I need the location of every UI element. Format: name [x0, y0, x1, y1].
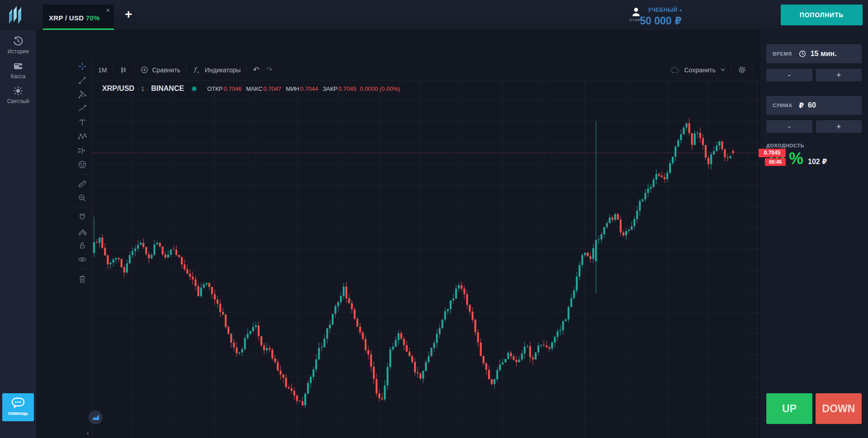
sidebar-item-light-theme[interactable]: Светлый [0, 80, 36, 104]
chart-toolbar: 1М Сравнить ƒx Индикаторы ↶ ↷ Сохранит [92, 60, 796, 80]
ohlc-high-value: 0.7047 [264, 85, 282, 92]
ohlc-close-label: ЗАКР [323, 85, 338, 92]
eye-icon[interactable] [72, 253, 92, 266]
amount-field-value: 60 [808, 101, 816, 109]
drawing-mode-icon[interactable] [72, 225, 92, 238]
current-price-tag: 0.7045 [759, 149, 786, 157]
sidebar-item-history[interactable]: История [0, 30, 36, 55]
history-icon [13, 36, 24, 47]
clock-icon [798, 50, 807, 58]
area-chart-icon [92, 414, 99, 421]
ruler-icon[interactable] [72, 177, 92, 191]
ohlc-open-label: ОТКР [207, 85, 222, 92]
chart-style-floating-button[interactable] [89, 410, 103, 424]
divider [76, 207, 89, 208]
trend-line-icon[interactable] [72, 74, 92, 87]
payout-amount: 102 ₽ [808, 157, 827, 166]
forecast-icon[interactable] [72, 144, 92, 157]
candles-icon [119, 66, 128, 75]
brush-icon[interactable] [72, 102, 92, 115]
time-field-value: 15 мин. [811, 50, 837, 58]
divider [76, 269, 89, 269]
amount-minus-button[interactable]: - [766, 120, 812, 133]
wallet-icon [13, 61, 24, 71]
legend-exchange: BINANCE [151, 85, 184, 93]
tab-symbol: XRP / USD 70% [49, 14, 100, 22]
ohlc-low-label: МИН [286, 85, 299, 92]
pitchfork-icon[interactable] [72, 88, 92, 101]
chart-legend[interactable]: XRP/USD · 1 · BINANCE ОТКР0.7046 МАКС0.7… [102, 85, 400, 93]
redo-icon[interactable]: ↷ [265, 60, 278, 80]
legend-change: 0.0000 (0.00%) [360, 85, 400, 92]
divider [76, 174, 89, 174]
undo-icon[interactable]: ↶ [247, 60, 265, 80]
toolbar-collapse-handle[interactable]: ‹ [87, 429, 89, 437]
ohlc-open-value: 0.7046 [223, 85, 241, 92]
svg-text:x: x [198, 70, 199, 74]
lock-icon[interactable] [72, 239, 92, 252]
time-field-label: ВРЕМЯ [773, 51, 792, 57]
chart-type-button[interactable] [113, 60, 134, 80]
expiry-countdown-tag: 00:45 [765, 158, 786, 166]
trading-app: XRP / USD 70% ✕ + START УЧЕБНЫЙ ▾ 50 000… [0, 0, 868, 438]
function-icon: ƒx [193, 66, 202, 75]
gear-icon [737, 65, 747, 75]
text-icon[interactable] [72, 116, 92, 129]
expiry-time-field[interactable]: ВРЕМЯ 15 мин. [766, 44, 862, 63]
close-icon[interactable]: ✕ [106, 7, 110, 14]
account-balance: 50 000 ₽ [640, 15, 682, 27]
time-minus-button[interactable]: - [766, 69, 812, 81]
sidebar-item-label: История [0, 48, 36, 55]
svg-text:ƒ: ƒ [193, 66, 198, 73]
account-info: УЧЕБНЫЙ ▾ 50 000 ₽ [640, 5, 682, 27]
crosshair-icon[interactable] [72, 60, 92, 73]
chart-region: 1М Сравнить ƒx Индикаторы ↶ ↷ Сохранит [36, 30, 760, 438]
help-button[interactable]: помощь [2, 393, 34, 421]
compare-button[interactable]: Сравнить [134, 60, 186, 80]
magnet-icon[interactable] [72, 211, 92, 224]
emoji-icon[interactable] [72, 158, 92, 171]
save-layout-button[interactable]: Сохранить [664, 60, 731, 80]
trash-icon[interactable] [72, 272, 92, 286]
chevron-down-icon: ▾ [679, 8, 682, 13]
chart-plot[interactable] [92, 80, 757, 438]
ohlc-high-label: МАКС [246, 85, 262, 92]
tab-xrp-usd[interactable]: XRP / USD 70% ✕ [43, 5, 114, 30]
sidebar-item-label: Светлый [0, 98, 36, 104]
amount-field[interactable]: СУММА ₽ 60 [766, 96, 862, 115]
zoom-in-icon[interactable] [72, 191, 92, 205]
ohlc-low-value: 0.7044 [300, 85, 318, 92]
down-button[interactable]: DOWN [816, 393, 862, 424]
help-button-label: помощь [2, 410, 34, 416]
xabcd-pattern-icon[interactable] [72, 130, 92, 143]
payout-label: ДОХОДНОСТЬ [766, 143, 804, 148]
amount-plus-button[interactable]: + [816, 120, 862, 133]
legend-symbol: XRP/USD [102, 85, 134, 93]
chat-icon [11, 397, 25, 410]
time-plus-button[interactable]: + [816, 69, 862, 81]
amount-stepper: - + [766, 120, 862, 133]
light-theme-icon [13, 85, 24, 96]
trade-panel: ВРЕМЯ 15 мин. - + СУММА ₽ 60 - + ДОХОДНО… [760, 30, 868, 438]
add-tab-button[interactable]: + [125, 7, 132, 22]
trade-buttons: UP DOWN [766, 393, 862, 424]
market-status-dot-icon [192, 87, 196, 91]
drawing-toolbar [72, 60, 92, 438]
up-button[interactable]: UP [766, 393, 812, 424]
amount-field-label: СУММА [773, 103, 793, 108]
account-type-dropdown[interactable]: УЧЕБНЫЙ ▾ [640, 5, 682, 14]
cloud-icon [670, 66, 681, 74]
compare-plus-icon [140, 66, 149, 74]
indicators-button[interactable]: ƒx Индикаторы [187, 60, 247, 80]
app-logo-icon[interactable] [5, 4, 27, 26]
top-header: XRP / USD 70% ✕ + START УЧЕБНЫЙ ▾ 50 000… [0, 0, 868, 30]
legend-interval: · 1 · [137, 85, 148, 92]
interval-button[interactable]: 1М [92, 60, 113, 80]
chevron-down-icon [721, 68, 725, 71]
deposit-button[interactable]: ПОПОЛНИТЬ [781, 5, 863, 25]
chart-settings-button[interactable] [731, 60, 753, 80]
time-stepper: - + [766, 69, 862, 81]
tab-payout: 70% [86, 14, 100, 22]
sidebar-item-cashier[interactable]: Касса [0, 55, 36, 80]
ohlc-close-value: 0.7045 [338, 85, 356, 92]
